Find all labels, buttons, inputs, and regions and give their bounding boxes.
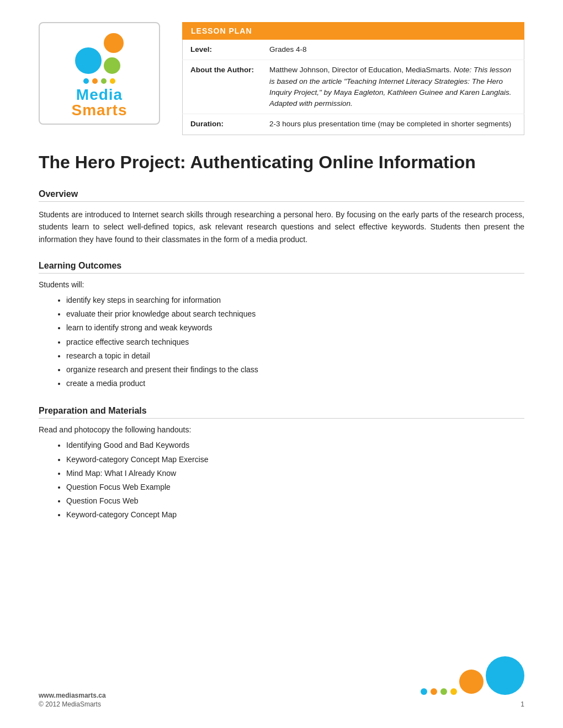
info-table: Level: Grades 4-8 About the Author: Matt… [182,40,524,135]
info-box: LESSON PLAN Level: Grades 4-8 About the … [182,22,524,135]
list-item: Keyword-category Concept Map Exercise [66,453,524,467]
list-item: Mind Map: What I Already Know [66,467,524,480]
circle-green [104,57,120,74]
logo-smarts-label: Smarts [72,103,128,118]
list-item: practice effective search techniques [66,335,524,349]
footer-url: www.mediasmarts.ca [39,692,106,699]
level-label: Level: [183,40,262,60]
bc-circle-teal [486,656,524,695]
learning-outcomes-intro: Students will: [39,280,524,289]
overview-section: Overview Students are introduced to Inte… [39,189,524,245]
dot-orange [92,78,98,84]
list-item: research a topic in detail [66,349,524,363]
list-item: Question Focus Web Example [66,480,524,494]
logo-text: Media Smarts [72,87,128,118]
header: Media Smarts LESSON PLAN Level: Grades 4… [39,22,524,135]
learning-outcomes-list: identify key steps in searching for info… [39,293,524,390]
preparation-section: Preparation and Materials Read and photo… [39,406,524,522]
learning-outcomes-heading: Learning Outcomes [39,261,524,274]
author-row: About the Author: Matthew Johnson, Direc… [183,60,524,114]
duration-row: Duration: 2-3 hours plus presentation ti… [183,114,524,135]
list-item: learn to identify strong and weak keywor… [66,321,524,335]
learning-outcomes-section: Learning Outcomes Students will: identif… [39,261,524,390]
list-item: evaluate their prior knowledge about sea… [66,307,524,321]
duration-label: Duration: [183,114,262,135]
bottom-logo-decoration [421,656,524,695]
list-item: Question Focus Web [66,494,524,508]
dot-blue [83,78,89,84]
list-item: organize research and present their find… [66,363,524,377]
logo-circles [75,33,124,74]
preparation-intro: Read and photocopy the following handout… [39,425,524,434]
footer-copyright: © 2012 MediaSmarts [39,700,106,708]
footer-page-number: 1 [520,700,524,708]
dot-green [101,78,107,84]
footer-left: www.mediasmarts.ca © 2012 MediaSmarts [39,692,106,708]
level-row: Level: Grades 4-8 [183,40,524,60]
level-value: Grades 4-8 [262,40,524,60]
author-value: Matthew Johnson, Director of Education, … [262,60,524,114]
lesson-plan-header: LESSON PLAN [182,22,524,40]
circle-orange [104,33,124,53]
list-item: Keyword-category Concept Map [66,508,524,522]
list-item: Identifying Good and Bad Keywords [66,438,524,452]
circle-blue [75,47,102,74]
bc-circle-orange [459,670,484,694]
overview-heading: Overview [39,189,524,202]
logo-media-label: Media [76,87,123,103]
overview-body: Students are introduced to Internet sear… [39,208,524,245]
page: Media Smarts LESSON PLAN Level: Grades 4… [0,0,563,728]
duration-value: 2-3 hours plus presentation time (may be… [262,114,524,135]
list-item: identify key steps in searching for info… [66,293,524,307]
footer: www.mediasmarts.ca © 2012 MediaSmarts 1 [39,692,524,708]
list-item: create a media product [66,377,524,390]
logo: Media Smarts [39,22,160,125]
logo-dots [83,78,115,84]
author-label: About the Author: [183,60,262,114]
bottom-circles [421,656,524,695]
preparation-heading: Preparation and Materials [39,406,524,419]
dot-yellow [110,78,115,84]
page-title: The Hero Project: Authenticating Online … [39,152,524,173]
preparation-list: Identifying Good and Bad KeywordsKeyword… [39,438,524,522]
